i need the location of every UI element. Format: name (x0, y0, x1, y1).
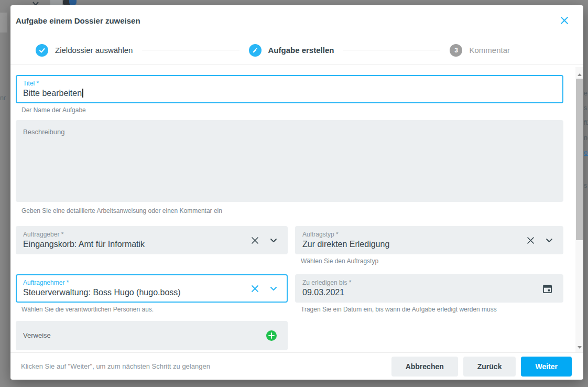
footer-hint: Klicken Sie auf "Weiter", um zum nächste… (16, 362, 386, 370)
assign-task-dialog: Aufgabe einem Dossier zuweisen Zieldossi… (10, 5, 583, 380)
check-icon (36, 44, 48, 57)
beschreibung-textarea[interactable] (16, 120, 563, 202)
auftragnehmer-label: Auftragnehmer * (23, 279, 181, 286)
dialog-header: Aufgabe einem Dossier zuweisen (10, 5, 583, 36)
due-date-input[interactable]: Zu erledigen bis * 09.03.2021 (295, 274, 563, 303)
verweise-field: Verweise (16, 321, 288, 350)
titel-value: Bitte bearbeiten (23, 89, 82, 98)
chevron-down-icon[interactable] (270, 238, 277, 243)
due-date-value: 09.03.2021 (302, 287, 351, 298)
auftragstyp-value: Zur direkten Erledigung (302, 239, 389, 250)
auftragstyp-label: Auftragstyp * (302, 231, 389, 238)
titel-input[interactable]: Titel * Bitte bearbeiten (16, 75, 563, 103)
background-left-panel (0, 13, 7, 33)
clear-icon[interactable] (251, 236, 259, 245)
zurueck-button[interactable]: Zurück (463, 357, 516, 377)
text-cursor (82, 89, 83, 98)
stepper: Zieldossier auswählen Aufgabe erstellen … (10, 36, 583, 65)
background-text-fragment: e (584, 90, 587, 97)
auftragnehmer-helper: Wählen Sie die verantwortlichen Personen… (21, 306, 288, 313)
background-toolbar-box (50, 0, 62, 5)
clear-icon[interactable] (251, 284, 259, 293)
auftragnehmer-value: Steuerverwaltung: Boss Hugo (hugo.boss) (23, 287, 181, 298)
scroll-up-arrow-icon[interactable] (575, 69, 583, 78)
step-label: Kommentar (469, 46, 510, 55)
dialog-footer: Klicken Sie auf "Weiter", um zum nächste… (10, 352, 583, 380)
background-text-fragment: s (584, 104, 587, 112)
background-link-fragment: or (584, 149, 588, 156)
auftraggeber-value: Eingangskorb: Amt für Informatik (23, 239, 145, 250)
titel-label: Titel * (23, 80, 83, 87)
due-date-label: Zu erledigen bis * (302, 279, 351, 286)
clear-icon[interactable] (526, 236, 535, 245)
stepper-connector (142, 50, 239, 50)
calendar-icon[interactable] (542, 283, 553, 294)
auftragstyp-helper: Wählen Sie den Auftragstyp (301, 257, 563, 265)
beschreibung-helper: Geben Sie eine detaillierte Arbeitsanwei… (21, 207, 583, 214)
background-text-fragment: ng (584, 134, 588, 142)
chevron-down-icon[interactable] (270, 286, 277, 291)
vertical-scrollbar[interactable] (575, 67, 583, 352)
abbrechen-button[interactable]: Abbrechen (391, 357, 458, 377)
dialog-body: Titel * Bitte bearbeiten Der Name der Au… (10, 65, 583, 352)
add-plus-icon[interactable] (266, 330, 277, 341)
scroll-down-arrow-icon[interactable] (575, 342, 583, 350)
step-kommentar[interactable]: 3 Kommentar (450, 44, 510, 57)
chevron-down-icon[interactable] (546, 238, 553, 243)
step-number: 3 (450, 44, 462, 57)
auftraggeber-select[interactable]: Auftraggeber * Eingangskorb: Amt für Inf… (16, 226, 288, 254)
pencil-icon (249, 44, 262, 57)
verweise-label: Verweise (23, 332, 51, 339)
step-label: Zieldossier auswählen (55, 46, 133, 55)
auftragstyp-select[interactable]: Auftragstyp * Zur direkten Erledigung (295, 226, 563, 254)
step-label: Aufgabe erstellen (268, 46, 334, 55)
step-aufgabe-erstellen[interactable]: Aufgabe erstellen (249, 44, 334, 57)
titel-helper: Der Name der Aufgabe (21, 106, 583, 114)
close-icon[interactable] (558, 14, 571, 27)
weiter-button[interactable]: Weiter (521, 357, 572, 377)
background-text-fragment: fü (584, 119, 588, 126)
stepper-connector (343, 50, 440, 50)
auftragnehmer-select[interactable]: Auftragnehmer * Steuerverwaltung: Boss H… (16, 274, 288, 303)
step-zieldossier-auswaehlen[interactable]: Zieldossier auswählen (36, 44, 133, 57)
dialog-title: Aufgabe einem Dossier zuweisen (16, 16, 140, 25)
background-text-fragment: s (584, 182, 587, 189)
auftraggeber-label: Auftraggeber * (23, 231, 145, 238)
background-text-fragment: nr (0, 94, 6, 102)
scrollbar-thumb[interactable] (576, 79, 583, 240)
due-date-helper: Tragen Sie ein Datum ein, bis wann die A… (301, 306, 563, 313)
